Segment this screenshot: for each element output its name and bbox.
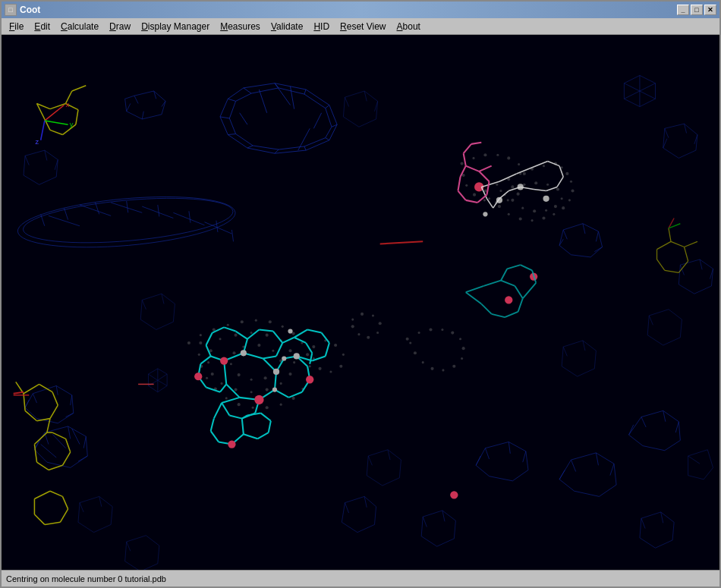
menu-item-calculate[interactable]: Calculate xyxy=(56,20,103,33)
svg-point-252 xyxy=(367,336,370,339)
title-bar-left: □ Coot xyxy=(5,4,40,16)
svg-point-174 xyxy=(488,197,490,200)
svg-point-198 xyxy=(306,353,309,356)
menu-item-draw[interactable]: Draw xyxy=(105,20,135,33)
svg-point-170 xyxy=(531,219,534,222)
svg-point-276 xyxy=(523,184,525,186)
menu-item-reset-view[interactable]: Reset View xyxy=(335,20,390,33)
title-bar: □ Coot _ □ ✕ xyxy=(2,2,719,18)
svg-point-247 xyxy=(351,319,354,321)
svg-point-241 xyxy=(334,344,337,347)
menu-item-about[interactable]: About xyxy=(392,20,425,33)
molecular-viewport: x y z xyxy=(2,35,719,570)
svg-point-234 xyxy=(264,376,267,379)
svg-point-345 xyxy=(306,376,313,383)
svg-point-360 xyxy=(543,196,549,202)
svg-rect-0 xyxy=(2,35,719,570)
status-bar: Centring on molecule number 0 tutorial.p… xyxy=(2,570,719,586)
svg-point-256 xyxy=(418,332,420,334)
svg-point-188 xyxy=(187,341,190,344)
svg-point-261 xyxy=(462,347,465,350)
svg-point-219 xyxy=(293,361,295,363)
svg-point-243 xyxy=(339,365,342,368)
menu-item-display-manager[interactable]: Display Manager xyxy=(137,20,214,33)
svg-point-355 xyxy=(294,353,300,359)
svg-point-172 xyxy=(508,213,510,215)
svg-point-212 xyxy=(199,341,202,344)
svg-point-193 xyxy=(255,319,257,322)
svg-point-160 xyxy=(543,165,545,167)
svg-point-242 xyxy=(342,354,345,356)
svg-point-265 xyxy=(430,367,433,370)
svg-point-263 xyxy=(452,365,455,368)
svg-point-253 xyxy=(357,333,360,335)
svg-text:x: x xyxy=(66,101,70,108)
svg-point-254 xyxy=(351,325,354,328)
svg-point-191 xyxy=(227,324,229,326)
svg-point-176 xyxy=(511,185,514,188)
svg-point-344 xyxy=(254,395,263,404)
svg-point-180 xyxy=(556,187,559,190)
svg-text:y: y xyxy=(70,121,74,128)
svg-point-167 xyxy=(562,206,565,209)
close-button[interactable]: ✕ xyxy=(704,5,716,15)
svg-point-220 xyxy=(288,373,291,376)
svg-point-354 xyxy=(282,356,286,360)
svg-point-230 xyxy=(257,344,260,347)
svg-point-199 xyxy=(309,365,311,367)
menu-item-measures[interactable]: Measures xyxy=(216,20,265,33)
svg-point-269 xyxy=(461,162,464,165)
svg-point-218 xyxy=(288,349,291,352)
svg-point-361 xyxy=(483,212,487,216)
svg-point-192 xyxy=(241,320,244,323)
menu-item-edit[interactable]: Edit xyxy=(30,20,55,33)
svg-point-236 xyxy=(238,373,241,376)
svg-point-165 xyxy=(571,189,574,192)
svg-point-166 xyxy=(568,199,571,201)
svg-point-173 xyxy=(498,205,501,208)
viewport[interactable]: x y z xyxy=(2,35,719,570)
svg-point-224 xyxy=(235,388,238,391)
minimize-button[interactable]: _ xyxy=(677,5,689,15)
svg-point-237 xyxy=(230,363,232,365)
svg-point-277 xyxy=(517,193,520,196)
svg-point-189 xyxy=(200,334,202,336)
svg-point-264 xyxy=(442,369,444,371)
svg-point-273 xyxy=(507,156,510,159)
menu-item-file[interactable]: File xyxy=(5,20,28,33)
svg-point-343 xyxy=(220,357,228,364)
menu-item-validate[interactable]: Validate xyxy=(266,20,308,33)
svg-point-185 xyxy=(521,207,524,209)
svg-point-275 xyxy=(523,172,526,175)
svg-point-194 xyxy=(269,320,272,323)
svg-point-214 xyxy=(235,334,238,337)
svg-point-206 xyxy=(238,403,241,406)
svg-point-346 xyxy=(194,373,202,380)
menu-item-hid[interactable]: HID xyxy=(309,20,334,33)
svg-point-205 xyxy=(252,407,254,409)
svg-point-171 xyxy=(519,217,522,220)
app-window: □ Coot _ □ ✕ FileEditCalculateDrawDispla… xyxy=(0,0,721,588)
svg-point-268 xyxy=(409,341,411,344)
svg-point-231 xyxy=(272,350,274,352)
svg-point-162 xyxy=(561,166,563,168)
svg-point-209 xyxy=(206,377,208,379)
svg-point-280 xyxy=(483,199,486,201)
svg-point-274 xyxy=(518,163,520,165)
svg-point-222 xyxy=(266,388,269,391)
svg-point-163 xyxy=(565,172,568,175)
svg-point-356 xyxy=(288,329,292,333)
svg-point-181 xyxy=(561,197,563,200)
maximize-button[interactable]: □ xyxy=(691,5,703,15)
svg-point-255 xyxy=(406,338,409,341)
svg-point-169 xyxy=(542,216,545,219)
svg-point-235 xyxy=(250,379,253,381)
svg-point-249 xyxy=(372,314,374,316)
svg-point-353 xyxy=(273,369,279,375)
svg-point-262 xyxy=(461,357,463,360)
svg-point-221 xyxy=(280,382,282,385)
svg-point-168 xyxy=(553,213,555,215)
svg-point-227 xyxy=(207,361,209,363)
svg-point-195 xyxy=(282,325,284,328)
svg-point-260 xyxy=(459,338,461,340)
